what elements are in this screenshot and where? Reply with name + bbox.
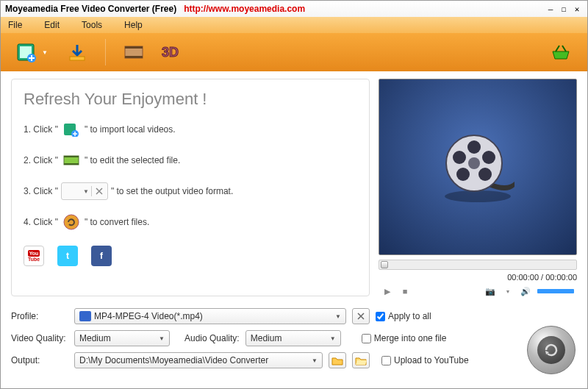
chevron-down-icon: ▼ — [330, 335, 336, 342]
svg-point-21 — [453, 151, 466, 164]
mp4-icon — [79, 311, 91, 321]
chevron-down-icon: ▼ — [83, 188, 89, 195]
minimize-button[interactable]: — — [545, 4, 556, 14]
settings-form: Profile: MP4-MPEG-4 Video(*.mp4)▼ Apply … — [1, 304, 587, 382]
settings-icon — [94, 186, 104, 196]
welcome-panel: Refresh Your Enjoyment ! 1. Click " " to… — [11, 79, 370, 296]
merge-checkbox[interactable]: Merge into one file — [362, 333, 447, 343]
menu-help[interactable]: Help — [124, 20, 143, 30]
convert-mini-icon — [61, 213, 82, 231]
video-quality-label: Video Quality: — [11, 333, 68, 343]
folder-icon — [331, 356, 343, 365]
svg-point-14 — [445, 190, 511, 202]
svg-point-20 — [456, 168, 470, 181]
toolbar: ▼ 3D — [1, 33, 587, 71]
seek-thumb[interactable] — [381, 261, 388, 268]
import-mini-icon — [61, 121, 82, 138]
audio-quality-label: Audio Quality: — [184, 333, 240, 343]
svg-point-17 — [467, 140, 481, 154]
edit-video-button[interactable] — [116, 38, 151, 67]
upload-youtube-checkbox[interactable]: Upload to YouTube — [381, 355, 469, 365]
audio-quality-combo[interactable]: Medium▼ — [245, 330, 341, 346]
step-2: 2. Click " " to edit the selected file. — [24, 150, 357, 171]
open-folder-button[interactable] — [352, 352, 370, 368]
svg-point-19 — [478, 168, 492, 181]
titlebar: Moyeamedia Free Video Converter (Free) h… — [1, 1, 587, 17]
format-mini-box: ▼ — [61, 182, 108, 200]
app-title: Moyeamedia Free Video Converter (Free) — [5, 4, 176, 14]
3d-icon: 3D — [162, 43, 188, 61]
profile-settings-button[interactable] — [352, 308, 370, 324]
time-display: 00:00:00 / 00:00:00 — [379, 273, 577, 282]
output-combo[interactable]: D:\My Documents\Moyeamedia\Video Convert… — [74, 352, 323, 368]
menu-edit[interactable]: Edit — [44, 20, 60, 30]
chevron-down-icon: ▼ — [42, 49, 48, 56]
basket-icon — [550, 43, 572, 62]
main-area: Refresh Your Enjoyment ! 1. Click " " to… — [1, 71, 587, 304]
youtube-button[interactable]: YouTube — [24, 246, 44, 266]
volume-slider[interactable] — [537, 289, 574, 293]
chevron-down-icon: ▼ — [312, 357, 318, 364]
tools-icon — [356, 311, 366, 321]
svg-rect-3 — [70, 57, 85, 60]
welcome-heading: Refresh Your Enjoyment ! — [24, 90, 357, 109]
3d-button[interactable]: 3D — [157, 38, 193, 67]
folder-open-icon — [355, 356, 367, 365]
svg-rect-5 — [125, 46, 143, 49]
profile-label: Profile: — [11, 311, 68, 321]
convert-icon — [537, 336, 565, 364]
svg-text:3D: 3D — [162, 45, 179, 60]
convert-button[interactable] — [527, 326, 576, 374]
play-button[interactable]: ▶ — [381, 286, 393, 296]
video-quality-combo[interactable]: Medium▼ — [74, 330, 170, 346]
svg-point-18 — [482, 151, 495, 164]
video-preview — [379, 79, 577, 255]
maximize-button[interactable]: ☐ — [558, 4, 570, 14]
edit-filmstrip-icon — [122, 42, 146, 63]
menubar: File Edit Tools Help — [1, 17, 587, 33]
stop-button[interactable]: ■ — [399, 286, 411, 296]
snapshot-button[interactable]: 📷 — [484, 286, 496, 296]
step-4: 4. Click " " to convert files. — [24, 212, 357, 232]
seek-slider[interactable] — [379, 260, 577, 270]
toolbar-separator — [105, 39, 106, 65]
snapshot-dropdown[interactable]: ▼ — [502, 286, 514, 296]
download-icon — [65, 42, 89, 63]
svg-rect-11 — [64, 156, 79, 157]
browse-folder-button[interactable] — [329, 352, 346, 368]
svg-rect-22 — [79, 311, 91, 321]
volume-icon[interactable]: 🔊 — [520, 286, 531, 296]
close-button[interactable]: ✕ — [571, 4, 583, 14]
twitter-button[interactable]: t — [57, 246, 78, 266]
step-3: 3. Click " ▼ " to set the output video f… — [24, 181, 357, 201]
apply-all-checkbox[interactable]: Apply to all — [376, 311, 431, 321]
chevron-down-icon: ▼ — [335, 313, 341, 320]
step-1: 1. Click " " to import local videos. — [24, 119, 357, 140]
svg-point-13 — [64, 215, 79, 229]
svg-rect-12 — [64, 163, 79, 165]
profile-combo[interactable]: MP4-MPEG-4 Video(*.mp4)▼ — [74, 308, 346, 324]
chevron-down-icon: ▼ — [159, 335, 165, 342]
svg-rect-6 — [125, 56, 143, 58]
import-button[interactable]: ▼ — [10, 38, 54, 67]
menu-file[interactable]: File — [8, 20, 22, 30]
svg-point-16 — [468, 157, 480, 169]
download-button[interactable] — [60, 38, 95, 67]
menu-tools[interactable]: Tools — [82, 20, 102, 30]
app-url[interactable]: http://www.moyeamedia.com — [184, 4, 305, 14]
basket-button[interactable] — [543, 38, 578, 67]
output-label: Output: — [11, 355, 68, 365]
facebook-button[interactable]: f — [91, 246, 112, 266]
social-buttons: YouTube t f — [24, 246, 357, 266]
filmstrip-plus-icon — [15, 42, 39, 63]
preview-panel: 00:00:00 / 00:00:00 ▶ ■ 📷 ▼ 🔊 — [379, 79, 577, 296]
player-controls: ▶ ■ 📷 ▼ 🔊 — [379, 286, 577, 296]
film-reel-icon — [434, 126, 522, 207]
edit-mini-icon — [61, 151, 82, 169]
